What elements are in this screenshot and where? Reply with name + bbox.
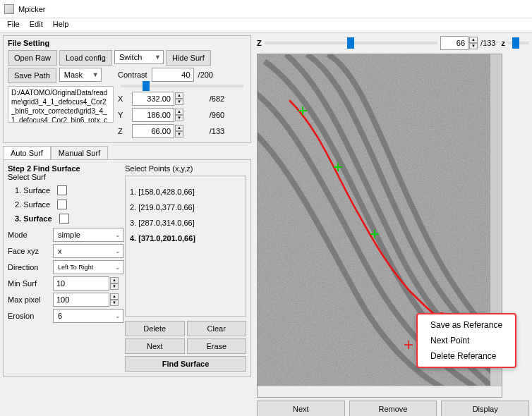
chevron-down-icon: ⌄ (115, 247, 121, 255)
chevron-down-icon: ⌄ (115, 312, 121, 319)
surface-3-checkbox[interactable] (59, 214, 69, 224)
x-down[interactable]: ▼ (175, 99, 183, 105)
chevron-down-icon: ▼ (155, 54, 161, 61)
canvas-next-button[interactable]: Next (257, 400, 345, 416)
app-icon (4, 4, 14, 14)
z-max: /133 (210, 127, 246, 135)
x-label: X (118, 94, 128, 103)
surface-2-checkbox[interactable] (57, 200, 67, 209)
z-slider-label: Z (257, 39, 262, 47)
path-display: D:/AATOMO/OriginalData/readme\grid3_4_1_… (8, 86, 114, 123)
menu-help[interactable]: Help (53, 20, 69, 30)
maxpixel-input[interactable] (53, 293, 109, 307)
x-up[interactable]: ▲ (175, 92, 183, 99)
contrast-slider[interactable] (121, 85, 243, 87)
erosion-label: Erosion (8, 312, 50, 320)
canvas-scroll-h[interactable] (258, 386, 502, 397)
context-menu: Save as Referance Next Point Delete Refe… (416, 313, 516, 368)
load-config-button[interactable]: Load config (59, 50, 112, 66)
next-point-button[interactable]: Next (125, 338, 185, 354)
minsurf-label: Min Surf (8, 279, 50, 288)
face-label: Face xyz (8, 247, 50, 255)
minsurf-input[interactable] (53, 276, 109, 290)
direction-combo[interactable]: Left To Right⌄ (53, 260, 123, 274)
menubar: File Edit Help (0, 18, 532, 32)
ctx-save-reference[interactable]: Save as Referance (418, 317, 515, 333)
point-4[interactable]: 4. [371.0,201.0,66] (130, 234, 241, 243)
erase-button[interactable]: Erase (187, 338, 247, 354)
ctx-next-point[interactable]: Next Point (418, 333, 515, 348)
points-list: 1. [158.0,428.0,66] 2. [219.0,377.0,66] … (125, 176, 246, 317)
y-up[interactable]: ▲ (175, 109, 183, 115)
maxpixel-label: Max pixel (8, 295, 50, 304)
z2-label: z (502, 39, 506, 47)
y-down[interactable]: ▼ (175, 115, 183, 121)
contrast-max: /200 (198, 71, 213, 79)
menu-file[interactable]: File (7, 20, 20, 30)
z2-slider[interactable] (508, 42, 529, 44)
tab-body: Step 2 Find Surface Select Surf 1. Surfa… (3, 159, 251, 377)
chevron-down-icon: ▼ (92, 71, 99, 78)
surface-row-1[interactable]: 1. Surface (15, 185, 121, 195)
chevron-down-icon: ⌄ (115, 231, 121, 238)
mode-combo[interactable]: simple⌄ (53, 228, 123, 242)
z-slider[interactable] (265, 42, 437, 44)
z-slider-max: /133 (480, 39, 495, 47)
y-input[interactable] (132, 108, 174, 122)
y-max: /960 (210, 111, 246, 119)
window-title: Mpicker (18, 5, 46, 13)
surf-tabs: Auto Surf Manual Surf (3, 146, 251, 159)
surface-row-3[interactable]: 3. Surface (15, 214, 121, 224)
point-3[interactable]: 3. [287.0,314.0,66] (130, 219, 241, 227)
file-setting-title: File Setting (8, 39, 246, 47)
surface-1-checkbox[interactable] (57, 185, 67, 195)
contrast-label: Contrast (118, 71, 147, 79)
surface-row-2[interactable]: 2. Surface (15, 200, 121, 209)
point-1[interactable]: 1. [158.0,428.0,66] (130, 188, 241, 196)
switch-combo[interactable]: Switch▼ (114, 50, 164, 64)
open-raw-button[interactable]: Open Raw (8, 50, 57, 66)
canvas-remove-button[interactable]: Remove (349, 400, 437, 416)
select-points-label: Select Points (x,y,z) (125, 164, 246, 173)
x-max: /682 (210, 94, 246, 103)
contrast-input[interactable] (152, 68, 194, 82)
z-down[interactable]: ▼ (175, 131, 183, 137)
z-up[interactable]: ▲ (175, 125, 183, 131)
select-surf-label: Select Surf (8, 173, 121, 181)
mask-combo[interactable]: Mask▼ (59, 68, 102, 82)
file-setting-group: File Setting Open Raw Load config Switch… (3, 35, 251, 143)
hide-surf-button[interactable]: Hide Surf (166, 50, 211, 66)
x-input[interactable] (132, 92, 174, 106)
titlebar: Mpicker (0, 0, 532, 18)
z-label: Z (118, 127, 128, 135)
save-path-button[interactable]: Save Path (8, 68, 56, 83)
tab-manual-surf[interactable]: Manual Surf (51, 146, 108, 159)
direction-label: Direction (8, 263, 50, 271)
clear-button[interactable]: Clear (187, 321, 247, 336)
ctx-delete-reference[interactable]: Delete Referance (418, 348, 515, 364)
step2-title: Step 2 Find Surface (8, 164, 121, 173)
z-slider-input[interactable] (440, 36, 468, 50)
point-2[interactable]: 2. [219.0,377.0,66] (130, 203, 241, 212)
find-surface-button[interactable]: Find Surface (125, 356, 246, 372)
tab-auto-surf[interactable]: Auto Surf (3, 146, 51, 159)
z-input[interactable] (132, 124, 174, 138)
delete-button[interactable]: Delete (125, 321, 185, 336)
mode-label: Mode (8, 231, 50, 239)
erosion-combo[interactable]: 6⌄ (53, 309, 123, 323)
menu-edit[interactable]: Edit (30, 20, 43, 30)
y-label: Y (118, 111, 128, 119)
face-combo[interactable]: x⌄ (53, 244, 123, 258)
canvas-display-button[interactable]: Display (441, 400, 529, 416)
chevron-down-icon: ⌄ (115, 264, 121, 271)
